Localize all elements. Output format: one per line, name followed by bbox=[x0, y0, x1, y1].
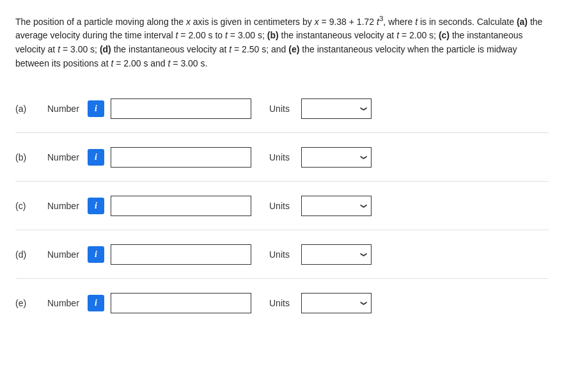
units-label-b: Units bbox=[269, 152, 295, 162]
number-input-d[interactable] bbox=[111, 244, 251, 265]
info-button-d[interactable]: i bbox=[88, 246, 104, 263]
row-c: (c) Number i Units cm/s m/s km/s mm/s bbox=[15, 182, 549, 230]
number-label-e: Number bbox=[47, 298, 82, 308]
number-label-b: Number bbox=[47, 152, 82, 162]
info-button-c[interactable]: i bbox=[88, 198, 104, 214]
number-label-d: Number bbox=[47, 249, 82, 260]
info-button-a[interactable]: i bbox=[88, 100, 104, 117]
units-label-d: Units bbox=[269, 249, 295, 260]
part-label-c: (c) bbox=[15, 201, 47, 211]
info-button-e[interactable]: i bbox=[88, 295, 104, 311]
units-label-e: Units bbox=[269, 298, 295, 308]
units-select-wrapper-a: cm/s m/s km/s mm/s bbox=[301, 98, 372, 119]
part-label-a: (a) bbox=[15, 104, 47, 114]
info-button-b[interactable]: i bbox=[88, 149, 104, 166]
units-select-wrapper-b: cm/s m/s km/s mm/s bbox=[301, 147, 372, 168]
units-label-c: Units bbox=[269, 201, 295, 211]
row-d: (d) Number i Units cm/s m/s km/s mm/s bbox=[15, 230, 549, 278]
number-input-c[interactable] bbox=[111, 196, 251, 216]
units-select-wrapper-d: cm/s m/s km/s mm/s bbox=[301, 244, 372, 265]
row-e: (e) Number i Units cm/s m/s km/s mm/s bbox=[15, 279, 549, 327]
row-a: (a) Number i Units cm/s m/s km/s mm/s bbox=[15, 84, 549, 132]
number-label-a: Number bbox=[47, 104, 82, 114]
row-b: (b) Number i Units cm/s m/s km/s mm/s bbox=[15, 133, 549, 181]
number-input-a[interactable] bbox=[111, 98, 251, 119]
units-select-wrapper-e: cm/s m/s km/s mm/s bbox=[301, 293, 372, 313]
units-select-d[interactable]: cm/s m/s km/s mm/s bbox=[301, 244, 372, 265]
units-select-a[interactable]: cm/s m/s km/s mm/s bbox=[301, 98, 372, 119]
number-label-c: Number bbox=[47, 201, 82, 211]
units-select-e[interactable]: cm/s m/s km/s mm/s bbox=[301, 293, 372, 313]
units-select-wrapper-c: cm/s m/s km/s mm/s bbox=[301, 196, 372, 216]
part-label-e: (e) bbox=[15, 298, 47, 308]
number-input-e[interactable] bbox=[111, 293, 251, 313]
units-label-a: Units bbox=[269, 104, 295, 114]
units-select-b[interactable]: cm/s m/s km/s mm/s bbox=[301, 147, 372, 168]
units-select-c[interactable]: cm/s m/s km/s mm/s bbox=[301, 196, 372, 216]
problem-statement: The position of a particle moving along … bbox=[15, 13, 549, 70]
part-label-b: (b) bbox=[15, 152, 47, 162]
part-label-d: (d) bbox=[15, 249, 47, 260]
answer-rows: (a) Number i Units cm/s m/s km/s mm/s (b… bbox=[15, 84, 549, 327]
number-input-b[interactable] bbox=[111, 147, 251, 168]
